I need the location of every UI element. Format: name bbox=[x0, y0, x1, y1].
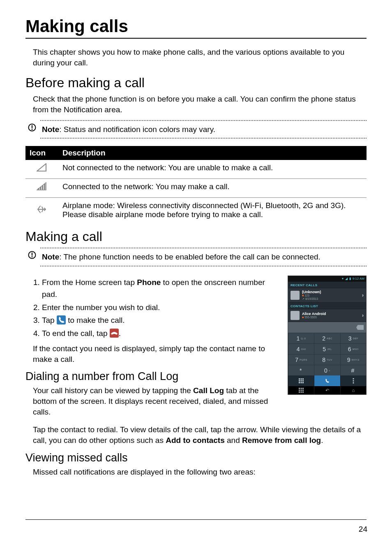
keypad-key[interactable]: 8TUV bbox=[314, 354, 340, 365]
svg-rect-4 bbox=[40, 187, 42, 190]
list-item: Tap to make the call. bbox=[42, 314, 280, 326]
svg-rect-3 bbox=[38, 188, 39, 190]
section-making-heading: Making a call bbox=[25, 229, 367, 244]
recent-calls-label: RECENT CALLS bbox=[288, 282, 366, 288]
list-item: Enter the number you wish to dial. bbox=[42, 301, 280, 313]
keypad-key[interactable]: * bbox=[288, 365, 314, 375]
svg-point-20 bbox=[353, 380, 354, 382]
after-steps-paragraph: If the contact you need is displayed, si… bbox=[33, 343, 280, 364]
remove-from-call-log-label: Remove from call log bbox=[242, 436, 321, 445]
status-time: 9:12 AM bbox=[353, 277, 364, 280]
svg-point-2 bbox=[32, 129, 33, 130]
call-button[interactable] bbox=[314, 375, 340, 386]
svg-rect-29 bbox=[301, 392, 302, 393]
end-call-icon bbox=[110, 329, 119, 338]
keypad-key[interactable]: 0+ bbox=[314, 365, 340, 375]
svg-rect-24 bbox=[302, 388, 304, 389]
svg-rect-25 bbox=[299, 390, 300, 391]
keypad-key[interactable]: 4GHI bbox=[288, 343, 314, 354]
svg-rect-22 bbox=[299, 388, 300, 389]
svg-rect-17 bbox=[301, 382, 302, 383]
list-item: To end the call, tap . bbox=[42, 327, 280, 339]
avatar bbox=[291, 291, 300, 300]
chevron-right-icon[interactable]: › bbox=[362, 292, 364, 298]
page-title: Making calls bbox=[25, 16, 367, 39]
table-cell-desc: Not connected to the network: You are un… bbox=[58, 160, 367, 179]
page-number: 24 bbox=[359, 525, 367, 534]
svg-rect-28 bbox=[299, 392, 300, 393]
call-icon bbox=[57, 315, 66, 324]
note-block-phone-enabled: Note: The phone function needs to be ena… bbox=[25, 248, 367, 266]
keypad-key[interactable]: 7PQRS bbox=[288, 354, 314, 365]
svg-rect-18 bbox=[302, 382, 304, 383]
wifi-icon: ▾ bbox=[342, 277, 344, 280]
signal-icon: ◢ bbox=[345, 277, 348, 280]
avatar bbox=[291, 311, 300, 320]
svg-point-19 bbox=[353, 378, 354, 380]
note-block-status-icons: Note: Status and notification icon color… bbox=[25, 120, 367, 139]
nav-back-icon[interactable]: ↶ bbox=[314, 386, 340, 394]
svg-rect-6 bbox=[44, 184, 46, 190]
chevron-right-icon[interactable]: › bbox=[362, 313, 364, 318]
contact-name: Alice Android bbox=[302, 312, 360, 316]
note-text: : Status and notification icon colors ma… bbox=[59, 125, 215, 134]
missed-calls-body: Missed call notifications are displayed … bbox=[33, 467, 367, 477]
section-dialing-heading: Dialing a number from Call Log bbox=[25, 370, 280, 383]
svg-rect-27 bbox=[302, 390, 304, 391]
backspace-icon[interactable] bbox=[356, 325, 364, 330]
signal-disconnected-icon bbox=[37, 165, 47, 174]
note-label: Note bbox=[42, 125, 59, 134]
add-to-contacts-label: Add to contacts bbox=[166, 436, 225, 445]
alert-icon bbox=[28, 123, 36, 134]
signal-connected-icon bbox=[37, 184, 47, 193]
note-label: Note bbox=[42, 253, 59, 261]
list-item: From the Home screen tap Phone to open t… bbox=[42, 276, 280, 301]
nav-apps-icon[interactable] bbox=[288, 386, 314, 394]
phone-status-bar: ▾ ◢ ▮ 9:12 AM bbox=[288, 276, 366, 282]
battery-icon: ▮ bbox=[349, 277, 351, 280]
svg-rect-12 bbox=[302, 378, 304, 380]
alert-icon bbox=[28, 251, 36, 262]
keypad-key[interactable]: # bbox=[340, 365, 366, 375]
table-cell-desc: Connected to the network: You may make a… bbox=[58, 179, 367, 198]
recent-call-row[interactable]: (Unknown) ■ 123 ↗ 8/15/2013 › bbox=[288, 288, 366, 303]
airplane-mode-icon bbox=[37, 207, 47, 216]
contact-row[interactable]: Alice Android ■ 555-5555 › bbox=[288, 309, 366, 322]
phone-screenshot: ▾ ◢ ▮ 9:12 AM RECENT CALLS (Unknown) ■ 1… bbox=[288, 276, 367, 395]
svg-rect-10 bbox=[299, 378, 300, 380]
keypad-key[interactable]: 1Q.O bbox=[288, 333, 314, 343]
table-row: Airplane mode: Wireless connectivity dis… bbox=[25, 198, 367, 224]
table-row: Not connected to the network: You are un… bbox=[25, 160, 367, 179]
svg-rect-13 bbox=[299, 380, 300, 382]
table-head-icon: Icon bbox=[25, 146, 58, 160]
keypad-key[interactable]: 2ABC bbox=[314, 333, 340, 343]
dialing-paragraph-1: Your call history can be viewed by tappi… bbox=[33, 385, 280, 417]
svg-rect-30 bbox=[302, 392, 304, 393]
phone-app-name: Phone bbox=[137, 278, 161, 287]
table-cell-desc: Airplane mode: Wireless connectivity dis… bbox=[58, 198, 367, 224]
section-before-heading: Before making a call bbox=[25, 75, 367, 90]
svg-point-9 bbox=[32, 256, 33, 257]
svg-rect-15 bbox=[302, 380, 304, 382]
section-before-body: Check that the phone function is on befo… bbox=[33, 94, 367, 115]
dialing-paragraph-2: Tap the contact to redial. To view detai… bbox=[33, 424, 367, 445]
contacts-list-label: CONTACTS LIST bbox=[288, 303, 366, 309]
keypad-key[interactable]: 3DEF bbox=[340, 333, 366, 343]
svg-rect-14 bbox=[301, 380, 302, 382]
keypad-key[interactable]: 5JKL bbox=[314, 343, 340, 354]
intro-paragraph: This chapter shows you how to make phone… bbox=[33, 47, 367, 68]
keypad-key[interactable]: 9WXYZ bbox=[340, 354, 366, 365]
svg-rect-26 bbox=[301, 390, 302, 391]
overflow-menu-icon[interactable] bbox=[340, 375, 366, 386]
dial-display bbox=[288, 322, 366, 333]
dialpad-tab-icon[interactable] bbox=[288, 375, 314, 386]
recent-call-name: (Unknown) bbox=[302, 290, 360, 294]
keypad-key[interactable]: 6MNO bbox=[340, 343, 366, 354]
svg-rect-16 bbox=[299, 382, 300, 383]
svg-rect-11 bbox=[301, 378, 302, 380]
dial-keypad: 1Q.O 2ABC 3DEF 4GHI 5JKL 6MNO 7PQRS 8TUV… bbox=[288, 333, 366, 375]
footer-rule bbox=[25, 519, 367, 520]
nav-home-icon[interactable]: ⌂ bbox=[340, 386, 366, 394]
steps-list: From the Home screen tap Phone to open t… bbox=[33, 276, 280, 339]
svg-rect-5 bbox=[42, 185, 44, 190]
